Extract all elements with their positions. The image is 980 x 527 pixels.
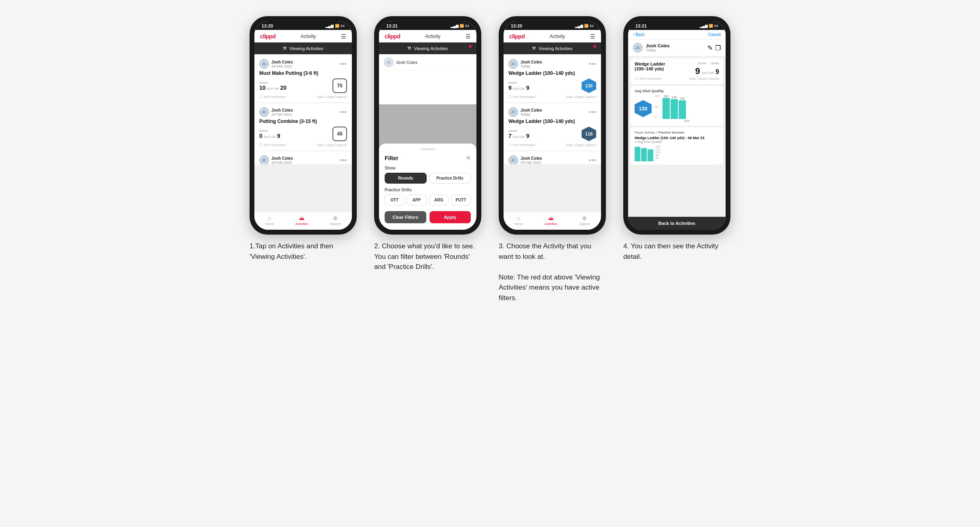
clear-filters-btn[interactable]: Clear Filters [385, 211, 426, 223]
footer-right-3-1: Data: Clippd Capture [566, 95, 596, 99]
nav-home-3[interactable]: ⌂ Home [514, 215, 523, 226]
nav-activities-3[interactable]: ⛰ Activities [544, 215, 557, 226]
activity-card-1-2[interactable]: JC Josh Coles 28 Feb 2023 ••• Putting Co… [254, 103, 352, 150]
bar-3-4: 124 [679, 97, 686, 119]
capture-icon-3: ⊕ [582, 215, 587, 221]
footer-left-3-2: ⓘ Test Information [508, 143, 536, 147]
viewing-banner-text-2: Viewing Activities [414, 46, 448, 51]
viewing-banner-1[interactable]: ⚒ Viewing Activities [254, 42, 352, 54]
screen-3: 13:20 ▂▄▆ 📶 84 clippd Activity ☰ ⚒ Viewi… [504, 21, 601, 230]
dots-3-3[interactable]: ••• [589, 157, 596, 163]
dots-1-3[interactable]: ••• [340, 157, 347, 163]
phone-col-4: 13:21 ▂▄▆ 📶 84 ‹ Back Cancel JC Josh Col… [620, 16, 734, 262]
dots-3-2[interactable]: ••• [589, 109, 596, 115]
bg-avatar-2: JC [384, 57, 394, 67]
user-date-3-3: 28 Feb 2023 [521, 161, 542, 165]
filter-putt-btn[interactable]: PUTT [451, 195, 471, 205]
bg-card-2: JC Josh Coles [379, 54, 476, 71]
user-name-3-1: Josh Coles [521, 60, 542, 64]
menu-icon-3[interactable]: ☰ [590, 33, 595, 40]
activity-card-1-3[interactable]: JC Josh Coles 28 Feb 2023 ••• [254, 151, 352, 164]
nav-capture-3[interactable]: ⊕ Capture [579, 215, 590, 226]
back-to-activities-btn-4[interactable]: Back to Activities [628, 217, 726, 230]
bar-rect-3-4 [679, 100, 686, 119]
logo-2: clippd [385, 33, 400, 40]
viewing-banner-3[interactable]: ⚒ Viewing Activities [504, 42, 601, 54]
filter-rounds-btn[interactable]: Rounds [385, 173, 427, 184]
header-title-1: Activity [301, 34, 316, 39]
menu-icon-2[interactable]: ☰ [466, 33, 471, 40]
user-name-1-3: Josh Coles [271, 156, 293, 161]
user-date-1-3: 28 Feb 2023 [271, 161, 293, 165]
footer-right-3-2: Data: Clippd Capture [566, 143, 596, 147]
expand-icon-4[interactable]: ❐ [715, 44, 721, 52]
menu-icon-1[interactable]: ☰ [341, 33, 346, 40]
wifi-1: 📶 [335, 24, 339, 28]
app-header-3: clippd Activity ☰ [504, 30, 601, 42]
nav-activities-1[interactable]: ⛰ Activities [295, 215, 308, 226]
user-date-1-1: 28 Feb 2023 [271, 64, 293, 68]
activity-list-3: JC Josh Coles Today ••• Wedge Ladder (10… [504, 54, 601, 212]
dots-1-1[interactable]: ••• [340, 61, 347, 67]
avg-hex-4: 130 [635, 100, 652, 117]
activity-card-3-1[interactable]: JC Josh Coles Today ••• Wedge Ladder (10… [504, 55, 601, 102]
filter-practice-btn[interactable]: Practice Drills [429, 173, 471, 184]
cancel-btn-4[interactable]: Cancel [708, 32, 721, 37]
user-name-1-2: Josh Coles [271, 108, 293, 112]
filter-icon-1: ⚒ [283, 46, 287, 51]
phone-4: 13:21 ▂▄▆ 📶 84 ‹ Back Cancel JC Josh Col… [623, 16, 730, 235]
card-title-1-1: Must Make Putting (3-6 ft) [259, 70, 347, 76]
nav-home-label-1: Home [265, 222, 274, 226]
chart-x-label-4: APP [655, 120, 719, 123]
score-label-1-2: Score [259, 129, 280, 133]
back-btn-4[interactable]: ‹ Back [633, 32, 644, 37]
bar-2-4: 129 [671, 96, 678, 119]
filter-actions-2: Clear Filters Apply [385, 211, 471, 223]
notch-3 [538, 21, 567, 29]
user-name-3-2: Josh Coles [521, 108, 542, 112]
screen-2: 13:21 ▂▄▆ 📶 84 clippd Activity ☰ ⚒ Viewi… [379, 21, 476, 230]
viewing-banner-2[interactable]: ⚒ Viewing Activities [379, 42, 476, 54]
session-card-4: Player Activity > Practice Session Wedge… [631, 127, 723, 165]
filter-close-2[interactable]: ✕ [466, 154, 471, 162]
home-icon-3: ⌂ [517, 215, 520, 221]
nav-home-1[interactable]: ⌂ Home [265, 215, 274, 226]
phones-row: 13:20 ▂▄▆ 📶 84 clippd Activity ☰ ⚒ Viewi… [247, 16, 734, 303]
activity-card-1-1[interactable]: JC Josh Coles 28 Feb 2023 ••• Must Make … [254, 55, 352, 102]
detail-name-4: Josh Coles [646, 43, 670, 48]
dots-1-2[interactable]: ••• [340, 109, 347, 115]
detail-card-title-4: Wedge Ladder(100–140 yds) [635, 61, 665, 71]
battery-1: 84 [341, 24, 345, 28]
time-3: 13:20 [511, 23, 522, 28]
screen-1: 13:20 ▂▄▆ 📶 84 clippd Activity ☰ ⚒ Viewi… [254, 21, 352, 230]
detail-content-4: Wedge Ladder(100–140 yds) Score Shots 9 … [628, 56, 726, 217]
user-date-1-2: 28 Feb 2023 [271, 112, 293, 116]
activity-card-3-2[interactable]: JC Josh Coles Today ••• Wedge Ladder (10… [504, 103, 601, 150]
filter-handle-2 [421, 148, 435, 150]
activity-card-3-3[interactable]: JC Josh Coles 28 Feb 2023 ••• [504, 151, 601, 164]
bottom-nav-3: ⌂ Home ⛰ Activities ⊕ Capture [504, 212, 601, 230]
filter-ott-btn[interactable]: OTT [385, 195, 404, 205]
activities-icon-1: ⛰ [299, 215, 305, 221]
filter-arg-btn[interactable]: ARG [429, 195, 449, 205]
bar-rect-2-4 [671, 99, 678, 119]
footer-right-1-1: Data: Clippd Capture [317, 95, 347, 99]
notch-1 [289, 21, 317, 29]
red-dot-3 [593, 45, 596, 48]
user-date-3-2: Today [521, 112, 542, 116]
edit-icon-4[interactable]: ✎ [707, 44, 713, 52]
score-label-3-1: Score [508, 81, 529, 85]
filter-show-row-2: Rounds Practice Drills [385, 173, 471, 184]
nav-capture-label-3: Capture [579, 222, 590, 226]
avatar-4: JC [633, 43, 643, 53]
screen-4: 13:21 ▂▄▆ 📶 84 ‹ Back Cancel JC Josh Col… [628, 21, 726, 230]
bottom-nav-1: ⌂ Home ⛰ Activities ⊕ Capture [254, 212, 352, 230]
user-name-1-1: Josh Coles [271, 60, 293, 64]
phone-3: 13:20 ▂▄▆ 📶 84 clippd Activity ☰ ⚒ Viewi… [499, 16, 606, 235]
dots-3-1[interactable]: ••• [589, 61, 596, 67]
footer-left-1-2: ⓘ Test Information [259, 143, 286, 147]
apply-btn[interactable]: Apply [430, 211, 471, 223]
filter-app-btn[interactable]: APP [407, 195, 427, 205]
nav-capture-1[interactable]: ⊕ Capture [330, 215, 341, 226]
detail-shots-4: 9 [715, 68, 719, 76]
